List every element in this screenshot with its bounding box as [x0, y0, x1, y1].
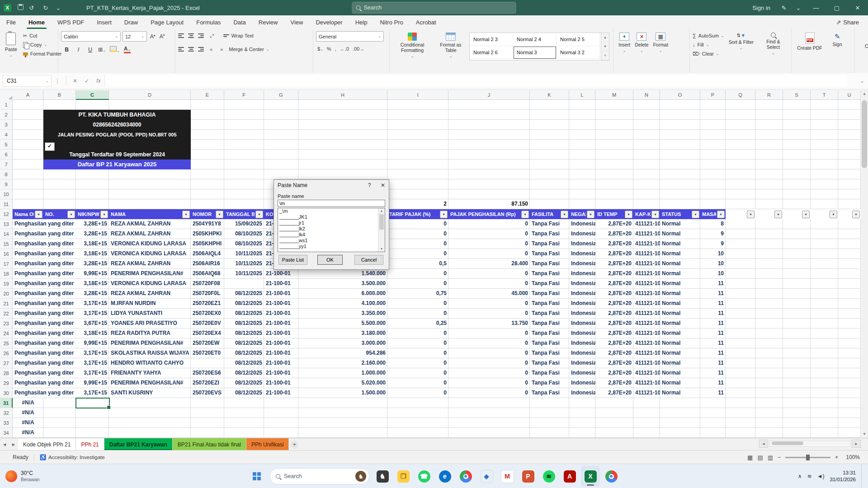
cell-P28[interactable]: 11 — [700, 368, 726, 378]
filter-dropdown-icon[interactable]: ▼ — [747, 211, 755, 218]
increase-indent-icon[interactable]: » — [218, 46, 225, 52]
cell-I28[interactable]: 0 — [387, 368, 448, 378]
cell-O21[interactable]: Normal — [660, 299, 700, 309]
acrobat-create-pdf-button[interactable]: A Create a PDF — [857, 31, 868, 50]
cell-J16[interactable]: 0 — [448, 249, 530, 259]
share-button[interactable]: ⇗ Share — [836, 15, 859, 29]
cell-H28[interactable]: 1.000.000 — [298, 368, 387, 378]
cell-H23[interactable]: 5.500.000 — [298, 319, 387, 328]
cell-M20[interactable]: 2,87E+20 — [595, 289, 633, 299]
column-header-F[interactable]: F — [224, 90, 264, 100]
name-box[interactable]: C31 ⌄ — [3, 75, 52, 87]
chrome-2-icon[interactable] — [602, 466, 621, 487]
cell-C16[interactable]: 3,18E+15 — [76, 249, 109, 259]
cell-A28[interactable]: Penghasilan yang diter — [13, 368, 76, 378]
filter-header-S[interactable]: ▼ — [783, 209, 811, 219]
ribbon-tab-formulas[interactable]: Formulas — [190, 15, 227, 29]
cell-H30[interactable]: 1.500.000 — [298, 388, 387, 398]
cell-I20[interactable]: 0,75 — [387, 289, 448, 299]
page-break-view-icon[interactable]: ▥ — [768, 454, 773, 461]
cell-C26[interactable]: 3,17E+15 — [76, 348, 109, 358]
cell-O24[interactable]: Normal — [660, 328, 700, 338]
cell-F15[interactable]: 08/10/2025 — [224, 239, 264, 249]
gallery-down-icon[interactable]: ▾ — [601, 42, 609, 51]
cell-G18[interactable]: 21-100-01 — [264, 269, 298, 279]
cell-H18[interactable]: 1.540.000 — [298, 269, 387, 279]
cell-L28[interactable]: Indonesia — [569, 368, 595, 378]
cell-A19[interactable]: Penghasilan yang diter — [13, 279, 76, 289]
cell-style-normal-2-4[interactable]: Normal 2 4 — [513, 33, 557, 46]
paste-name-field[interactable]: \m — [278, 200, 385, 207]
cell-E29[interactable]: 250720EZI — [191, 378, 224, 388]
format-cells-button[interactable]: ▦ Format⌄ — [651, 31, 670, 54]
cell-D24[interactable]: REZA RADITYA PUTRA — [109, 328, 191, 338]
ok-button[interactable]: OK — [317, 255, 343, 265]
cell-L24[interactable]: Indonesia — [569, 328, 595, 338]
cell-H24[interactable]: 3.180.000 — [298, 328, 387, 338]
dialog-help-icon[interactable]: ? — [363, 182, 375, 188]
cell-G28[interactable]: 21-100-01 — [264, 368, 298, 378]
cell-A32[interactable]: #N/A — [13, 408, 43, 418]
cell-C30[interactable]: 3,17E+15 — [76, 388, 109, 398]
cell-C20[interactable]: 3,28E+15 — [76, 289, 109, 299]
cell-D29[interactable]: PENERIMA PENGHASILAN# — [109, 378, 191, 388]
cell-style-normal-3[interactable]: Normal 3 — [513, 46, 557, 59]
cell-J17[interactable]: 28.400 — [448, 259, 530, 269]
filter-dropdown-icon[interactable]: ▼ — [774, 211, 782, 218]
cell-F16[interactable]: 10/11/2025 — [224, 249, 264, 259]
ribbon-tab-data[interactable]: Data — [227, 15, 252, 29]
wrap-text-button[interactable]: Wrap Text — [223, 31, 254, 40]
cell-P25[interactable]: 11 — [700, 338, 726, 348]
cell-D22[interactable]: LIDYA YUNASTANTI — [109, 309, 191, 319]
cell-F18[interactable]: 10/11/2025 — [224, 269, 264, 279]
format-painter-button[interactable]: Format Painter — [23, 49, 61, 58]
filter-header-L[interactable]: NEGARA▼ — [569, 209, 595, 219]
whatsapp-icon[interactable]: ☎ — [415, 466, 434, 487]
cell-C25[interactable]: 9,99E+15 — [76, 338, 109, 348]
fill-handle[interactable] — [107, 405, 111, 409]
cell-A18[interactable]: Penghasilan yang diter — [13, 269, 76, 279]
cell-K13[interactable]: Tanpa Fasi — [530, 219, 569, 229]
cell-O29[interactable]: Normal — [660, 378, 700, 388]
merge-center-button[interactable]: Merge & Center⌄ — [229, 45, 269, 54]
cell-N29[interactable]: 411121-10 — [633, 378, 660, 388]
cell-C17[interactable]: 3,28E+15 — [76, 259, 109, 269]
dialog-close-icon[interactable]: ✕ — [375, 182, 385, 188]
bold-button[interactable]: B — [63, 47, 71, 53]
cell-E25[interactable]: 250720EW — [191, 338, 224, 348]
cell-J15[interactable]: 0 — [448, 239, 530, 249]
cell-I14[interactable]: 0 — [387, 229, 448, 239]
row-header-24[interactable]: 24 — [0, 328, 13, 338]
cell-H22[interactable]: 3.350.000 — [298, 309, 387, 319]
cell-P21[interactable]: 11 — [700, 299, 726, 309]
filter-dropdown-icon[interactable]: ▼ — [182, 211, 190, 218]
row-header-9[interactable]: 9 — [0, 179, 13, 189]
cell-P29[interactable]: 11 — [700, 378, 726, 388]
row-header-28[interactable]: 28 — [0, 368, 13, 378]
insert-function-icon[interactable]: fx — [93, 78, 104, 84]
copy-button[interactable]: Copy⌄ — [23, 40, 61, 49]
scroll-right-icon[interactable]: ► — [852, 440, 861, 448]
ribbon-tab-draw[interactable]: Draw — [118, 15, 144, 29]
filter-dropdown-icon[interactable]: ▼ — [852, 211, 860, 218]
clock[interactable]: 13:31 31/01/2026 — [830, 469, 856, 483]
cell-F14[interactable]: 08/10/2025 — [224, 229, 264, 239]
ribbon-tab-wps-pdf[interactable]: WPS PDF — [51, 15, 90, 29]
cell-C15[interactable]: 3,18E+15 — [76, 239, 109, 249]
name-list-box[interactable]: _\m_______JK1_______jr1_______lk2_______… — [278, 208, 385, 252]
cell-A30[interactable]: Penghasilan yang diter — [13, 388, 76, 398]
cell-K14[interactable]: Tanpa Fasi — [530, 229, 569, 239]
filter-dropdown-icon[interactable]: ▼ — [692, 211, 699, 218]
cell-P15[interactable]: 9 — [700, 239, 726, 249]
start-button[interactable] — [247, 466, 266, 487]
cell-F28[interactable]: 08/12/2025 — [224, 368, 264, 378]
cell-E15[interactable]: 2505KHPHI — [191, 239, 224, 249]
row-header-20[interactable]: 20 — [0, 289, 13, 299]
list-scroll-up-icon[interactable]: ▲ — [378, 208, 385, 214]
cell-J22[interactable]: 0 — [448, 309, 530, 319]
decrease-indent-icon[interactable]: « — [208, 46, 214, 52]
ribbon-display-options-icon[interactable]: ⌄ — [791, 5, 806, 11]
cell-E16[interactable]: 2506AIQL4 — [191, 249, 224, 259]
cell-P27[interactable]: 11 — [700, 358, 726, 368]
cell-J19[interactable]: 0 — [448, 279, 530, 289]
